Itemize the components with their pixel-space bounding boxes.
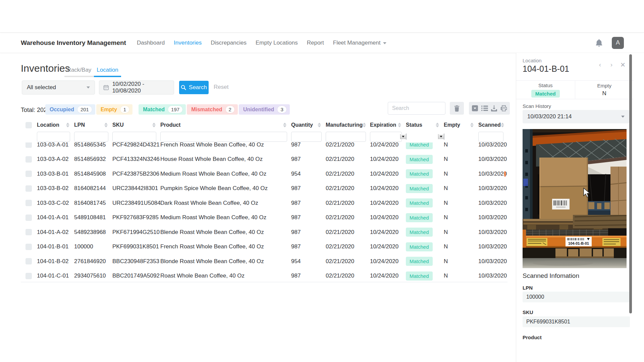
badge-occupied[interactable]: Occupied 201 [45,104,95,115]
table-row[interactable]: 103-03-C-02 8164081745 URC238491U5084 Da… [21,196,507,210]
panel-location-label: Location [523,58,542,63]
search-button[interactable]: Search [179,81,209,94]
filter-empty-select[interactable] [444,133,444,140]
scan-history-select[interactable]: 10/03/2020 21:14 [523,110,629,123]
col-header-lpn: LPN [74,122,112,128]
user-avatar[interactable]: A [612,37,624,49]
select-all-checkbox[interactable] [25,122,32,128]
sort-sku[interactable] [152,123,156,127]
cell-sku: PCF413324N3246 [112,156,160,163]
row-checkbox[interactable] [25,200,32,206]
table-row[interactable]: 103-03-A-01 8514865345 PCF429824D4321 Fr… [21,142,507,152]
nav-item-inventories[interactable]: Inventories [174,40,202,46]
sort-quantity[interactable] [318,123,321,127]
row-checkbox[interactable] [25,156,32,163]
panel-empty-label: Empty [597,83,611,88]
nav-item-discrepancies[interactable]: Discrepancies [211,40,247,46]
table-filter-row [21,131,507,142]
table-row[interactable]: 104-01-B-02 2761846920 BBC230948F2353 Bl… [21,254,507,269]
sort-empty[interactable] [470,123,474,127]
row-checkbox[interactable] [25,142,32,148]
badge-unidentified[interactable]: Unidentified 3 [239,104,290,115]
cell-location: 103-03-A-01 [37,142,74,148]
badge-count: 197 [168,106,182,113]
column-list-icon[interactable] [481,105,488,111]
filter-status-select[interactable] [406,133,407,140]
notification-bell-icon[interactable] [595,39,603,47]
tab-rack-bay[interactable]: Rack/Bay [64,66,94,77]
delete-button[interactable] [450,102,464,115]
table-body-viewport: 103-03-A-01 8514865345 PCF429824D4321 Fr… [21,142,507,282]
next-location-button[interactable]: › [607,61,615,68]
cell-location: 103-03-C-02 [37,200,74,206]
sort-manufacturing[interactable] [363,123,366,127]
badge-matched[interactable]: Matched 197 [139,104,186,115]
nav-item-dashboard[interactable]: Dashboard [137,40,165,46]
filter-expiration-input[interactable] [370,132,402,142]
cell-location: 104-01-A-02 [37,229,74,236]
table-row[interactable]: 103-03-B-01 8514845908 PCF423875B2306 Me… [21,167,507,181]
row-checkbox[interactable] [25,229,32,235]
cell-quantity: 987 [291,229,326,236]
filter-product-input[interactable] [160,132,287,142]
table-row[interactable]: 104-01-A-02 5489238968 PKF671994G2510 Bl… [21,225,507,240]
sort-location[interactable] [66,123,69,127]
date-range-picker[interactable]: 10/02/2020 - 10/08/2020 [99,80,174,95]
location-filter-select[interactable]: All selected [22,80,95,95]
table-scrollbar-thumb[interactable] [504,171,506,177]
table-row[interactable]: 104-01-A-01 5489108481 PKF927683F9285 Me… [21,210,507,225]
nav-item-empty-locations[interactable]: Empty Locations [256,40,298,46]
badge-count: 201 [77,106,92,113]
header-actions: A [595,37,624,49]
table-row[interactable]: 103-03-A-02 8514856932 PCF413324N3246 Ho… [21,152,507,167]
badge-label: Mismatched [191,107,222,113]
row-checkbox[interactable] [25,273,32,279]
sort-status[interactable] [436,123,439,127]
photo-rack-label: 104-01-B-01 [568,241,589,245]
row-checkbox[interactable] [25,258,32,264]
cell-sku: PKF671994G2510 [112,229,160,236]
table-search-input[interactable] [388,102,445,115]
sort-product[interactable] [283,123,286,127]
filter-manufacturing-input[interactable] [326,132,366,142]
cell-expiration: 10/24/2020 [370,185,406,192]
row-checkbox[interactable] [25,244,32,250]
cell-scanned: 10/03/2020 [478,171,507,177]
cell-scanned: 10/03/2020 [478,243,507,250]
row-checkbox[interactable] [25,185,32,192]
table-row[interactable]: 104-01-B-01 100000 PKF699031K8501 French… [21,240,507,254]
sort-expiration[interactable] [398,123,401,127]
filter-lpn-input[interactable] [74,132,108,142]
reset-button[interactable]: Reset [214,84,228,90]
table-row[interactable]: 104-01-C-01 2934075610 BBC201749A5092 Ro… [21,269,507,283]
cell-empty: N [444,171,478,177]
row-checkbox[interactable] [25,215,32,221]
nav-item-fleet-management[interactable]: Fleet Management [333,40,386,46]
cell-sku: PCF423875B2306 [112,171,160,177]
row-checkbox[interactable] [25,171,32,177]
chevron-down-icon [87,86,90,88]
filter-sku-input[interactable] [112,132,156,142]
sort-lpn[interactable] [104,123,108,127]
scan-photo[interactable]: 104-01-B-01 [523,129,627,268]
download-icon[interactable] [491,105,497,112]
status-badge: Matched [406,257,433,266]
cell-status: Matched [406,228,444,237]
col-header-product: Product [160,122,291,128]
sort-scanned[interactable] [501,123,504,127]
tab-location[interactable]: Location [94,66,121,77]
filter-scanned-input[interactable] [478,132,503,142]
table-row[interactable]: 103-03-B-02 8164082144 URC238442I8301 Pu… [21,181,507,196]
previous-location-button[interactable]: ‹ [596,61,604,68]
cell-scanned: 10/03/2020 [478,273,507,279]
filter-quantity-input[interactable] [291,132,322,142]
badge-empty[interactable]: Empty 1 [96,104,132,115]
nav-item-report[interactable]: Report [307,40,324,46]
collapse-columns-icon[interactable] [472,105,478,112]
cell-location: 104-01-B-02 [37,258,74,265]
panel-scrollbar-thumb[interactable] [629,54,632,313]
close-panel-icon[interactable]: ✕ [619,61,627,69]
filter-location-input[interactable] [37,132,70,142]
print-icon[interactable] [500,105,507,112]
badge-mismatched[interactable]: Mismatched 2 [187,104,238,115]
